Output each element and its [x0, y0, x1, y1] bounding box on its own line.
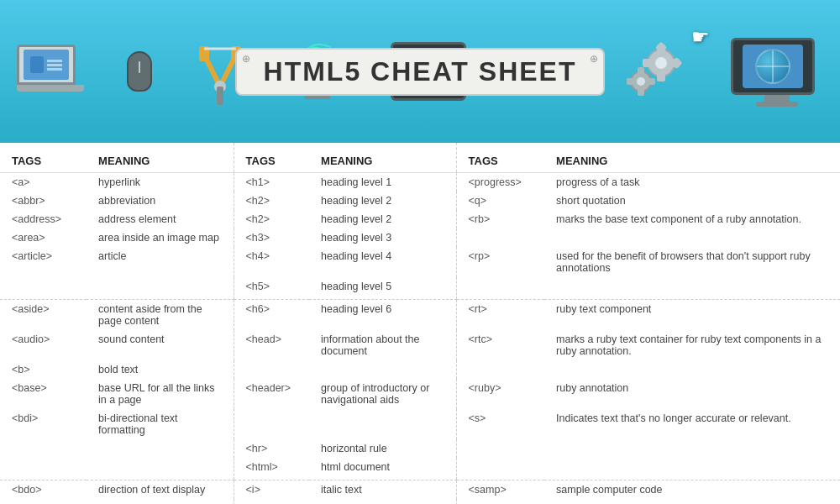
tag-cell	[456, 458, 544, 480]
meaning-cell: html document	[309, 458, 456, 480]
tag-cell	[234, 360, 309, 379]
meaning-cell	[87, 277, 234, 300]
meaning-cell: address element	[87, 210, 234, 228]
meaning-cell: bi-directional text formatting	[87, 409, 234, 439]
meaning-cell	[309, 360, 456, 379]
tag-cell: <bdi>	[0, 409, 87, 439]
gears-icon	[621, 38, 688, 105]
tag-cell: <a>	[0, 173, 87, 192]
tag-cell: <rp>	[456, 247, 544, 277]
svg-rect-22	[638, 67, 644, 76]
tag-cell: <hr>	[234, 439, 309, 458]
tag-cell: <h2>	[234, 210, 309, 228]
tag-cell: <address>	[0, 210, 87, 228]
tag-cell: <base>	[0, 379, 87, 409]
meaning-cell: heading level 3	[309, 228, 456, 247]
meaning-cell: sound content	[87, 330, 234, 360]
meaning-cell: marks a ruby text container for ruby tex…	[544, 330, 840, 360]
meaning-cell: heading level 6	[309, 300, 456, 331]
col-header-meaning2: MEANING	[309, 143, 456, 173]
meaning-cell	[544, 228, 840, 247]
meaning-cell: information about the document	[309, 330, 456, 360]
table-row: <html>html document	[0, 458, 840, 480]
tag-cell	[456, 277, 544, 300]
tag-cell: <blockquote>	[0, 499, 87, 504]
meaning-cell: base URL for all the links in a page	[87, 379, 234, 409]
tag-cell: <header>	[234, 379, 309, 409]
meaning-cell	[544, 458, 840, 480]
svg-rect-25	[647, 78, 655, 85]
meaning-cell: used for the benefit of browsers that do…	[544, 247, 840, 277]
table-row: <bdo>direction of text display<i>italic …	[0, 480, 840, 500]
tag-cell: <html>	[234, 458, 309, 480]
tag-cell	[456, 360, 544, 379]
tag-cell: <audio>	[0, 330, 87, 360]
meaning-cell: horizontal rule	[309, 439, 456, 458]
meaning-cell: ruby annotation	[544, 379, 840, 409]
meaning-cell: heading level 4	[309, 247, 456, 277]
tag-cell	[0, 277, 87, 300]
meaning-cell: italic text	[309, 480, 456, 500]
meaning-cell: heading level 1	[309, 173, 456, 192]
header-section: </>	[0, 0, 840, 143]
col-header-tags3: TAGS	[456, 143, 544, 173]
tag-cell: <rtc>	[456, 330, 544, 360]
table-row: <a>hyperlink<h1>heading level 1<progress…	[0, 173, 840, 192]
tag-cell	[0, 439, 87, 458]
col-header-tags1: TAGS	[0, 143, 87, 173]
meaning-cell: progress of a task	[544, 173, 840, 192]
svg-point-13	[655, 57, 667, 69]
meaning-cell: long quotation	[87, 499, 234, 504]
svg-rect-15	[657, 71, 665, 81]
tag-cell: <progress>	[456, 173, 544, 192]
meaning-cell: inline sub window (frame)	[309, 499, 456, 504]
tag-cell: <h6>	[234, 300, 309, 331]
meaning-cell: ruby text component	[544, 300, 840, 331]
meaning-cell: sample computer code	[544, 480, 840, 500]
meaning-cell: heading level 5	[309, 277, 456, 300]
table-row: <b>bold text	[0, 360, 840, 379]
meaning-cell: abbreviation	[87, 192, 234, 210]
table-row: <abbr>abbreviation<h2>heading level 2<q>…	[0, 192, 840, 210]
tag-cell: <head>	[234, 330, 309, 360]
tag-cell	[456, 439, 544, 458]
page-title: HTML5 CHEAT SHEET	[264, 56, 577, 87]
content-area: TAGS MEANING TAGS MEANING TAGS MEANING <…	[0, 143, 840, 504]
meaning-cell	[87, 439, 234, 458]
col-header-meaning1: MEANING	[87, 143, 234, 173]
cursor-icon: ☛	[691, 25, 710, 49]
meaning-cell	[87, 458, 234, 480]
meaning-cell: heading level 2	[309, 210, 456, 228]
tag-cell: <i>	[234, 480, 309, 500]
table-row: <blockquote>long quotation<iframe>inline…	[0, 499, 840, 504]
tag-cell: <samp>	[456, 480, 544, 500]
meaning-cell: group of introductory or navigational ai…	[309, 379, 456, 409]
meaning-cell	[544, 439, 840, 458]
meaning-cell: bold text	[87, 360, 234, 379]
table-header-row: TAGS MEANING TAGS MEANING TAGS MEANING	[0, 143, 840, 173]
table-body: <a>hyperlink<h1>heading level 1<progress…	[0, 173, 840, 505]
tag-cell: <q>	[456, 192, 544, 210]
meaning-cell: article	[87, 247, 234, 277]
cheat-sheet-table: TAGS MEANING TAGS MEANING TAGS MEANING <…	[0, 143, 840, 504]
tag-cell: <b>	[0, 360, 87, 379]
table-row: <base>base URL for all the links in a pa…	[0, 379, 840, 409]
tag-cell: <h4>	[234, 247, 309, 277]
meaning-cell: area inside an image map	[87, 228, 234, 247]
tag-cell: <h1>	[234, 173, 309, 192]
meaning-cell	[544, 360, 840, 379]
svg-rect-23	[638, 87, 644, 96]
col-header-meaning3: MEANING	[544, 143, 840, 173]
tag-cell	[456, 228, 544, 247]
table-row: <aside>content aside from the page conte…	[0, 300, 840, 331]
table-row: <audio>sound content<head>information ab…	[0, 330, 840, 360]
svg-rect-6	[217, 87, 223, 105]
svg-point-21	[637, 77, 645, 86]
table-row: <hr>horizontal rule	[0, 439, 840, 458]
tag-cell: <bdo>	[0, 480, 87, 500]
mouse-icon	[127, 51, 152, 92]
tag-cell: <h5>	[234, 277, 309, 300]
tag-cell: <script>	[456, 499, 544, 504]
meaning-cell: heading level 2	[309, 192, 456, 210]
laptop-icon	[17, 45, 84, 99]
